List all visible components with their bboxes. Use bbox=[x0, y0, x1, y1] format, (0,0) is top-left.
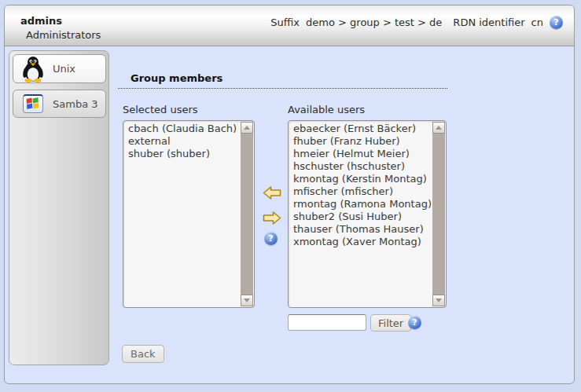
block-arrow-left-icon bbox=[263, 185, 281, 200]
arrow-up-icon bbox=[436, 126, 442, 130]
help-icon[interactable]: ? bbox=[408, 316, 421, 329]
available-users-label: Available users bbox=[288, 104, 365, 115]
scroll-up-button[interactable] bbox=[241, 122, 253, 134]
list-option[interactable]: mfischer (mfischer) bbox=[289, 185, 432, 198]
selected-users-listbox[interactable]: cbach (Claudia Bach)externalshuber (shub… bbox=[123, 120, 255, 308]
list-option[interactable]: rmontag (Ramona Montag) bbox=[289, 198, 432, 211]
app-window: admins Administrators Suffix demo > grou… bbox=[4, 5, 575, 384]
selected-users-options: cbach (Claudia Bach)externalshuber (shub… bbox=[123, 123, 241, 307]
selected-users-scrollbar[interactable] bbox=[241, 122, 253, 306]
windows-logo-icon bbox=[20, 94, 46, 113]
list-option[interactable]: ebaecker (Ernst Bäcker) bbox=[289, 123, 432, 135]
arrow-up-icon bbox=[244, 126, 250, 130]
tux-penguin-icon bbox=[20, 56, 46, 82]
tab-samba[interactable]: Samba 3 bbox=[13, 90, 106, 118]
suffix-value: demo > group > test > de bbox=[306, 16, 442, 28]
help-icon[interactable]: ? bbox=[264, 232, 278, 245]
move-left-button[interactable] bbox=[263, 185, 281, 203]
list-option[interactable]: xmontag (Xaver Montag) bbox=[289, 236, 432, 248]
section-title: Group members bbox=[131, 72, 222, 84]
list-option[interactable]: cbach (Claudia Bach) bbox=[123, 123, 241, 135]
scroll-down-button[interactable] bbox=[432, 295, 445, 306]
list-option[interactable]: fhuber (Franz Huber) bbox=[289, 135, 432, 148]
tab-unix[interactable]: Unix bbox=[13, 54, 106, 83]
page-title: admins bbox=[20, 15, 62, 27]
back-button[interactable]: Back bbox=[122, 345, 164, 363]
filter-button[interactable]: Filter bbox=[370, 314, 411, 332]
header: admins Administrators Suffix demo > grou… bbox=[5, 5, 574, 46]
rdn-identifier-value: cn bbox=[531, 16, 543, 28]
list-option[interactable]: hschuster (hschuster) bbox=[289, 160, 432, 173]
available-users-options: ebaecker (Ernst Bäcker)fhuber (Franz Hub… bbox=[289, 123, 432, 307]
list-option[interactable]: external bbox=[123, 135, 241, 148]
tab-unix-label: Unix bbox=[53, 63, 75, 75]
filter-input[interactable] bbox=[288, 314, 366, 331]
available-users-listbox[interactable]: ebaecker (Ernst Bäcker)fhuber (Franz Hub… bbox=[288, 120, 447, 308]
selected-users-label: Selected users bbox=[123, 104, 198, 115]
scroll-up-button[interactable] bbox=[432, 122, 445, 134]
list-option[interactable]: shuber2 (Susi Huber) bbox=[289, 211, 432, 223]
block-arrow-right-icon bbox=[263, 211, 281, 225]
header-info: Suffix demo > group > test > de RDN iden… bbox=[270, 16, 563, 29]
page-subtitle: Administrators bbox=[26, 29, 101, 41]
arrow-down-icon bbox=[244, 299, 250, 302]
move-right-button[interactable] bbox=[263, 211, 281, 228]
rdn-identifier-label: RDN identifier bbox=[453, 16, 524, 28]
suffix-label: Suffix bbox=[270, 16, 300, 28]
list-option[interactable]: kmontag (Kerstin Montag) bbox=[289, 173, 432, 185]
list-option[interactable]: shuber (shuber) bbox=[123, 148, 241, 160]
available-users-scrollbar[interactable] bbox=[432, 122, 445, 306]
scroll-down-button[interactable] bbox=[241, 295, 253, 306]
arrow-down-icon bbox=[436, 299, 442, 302]
list-option[interactable]: hmeier (Helmut Meier) bbox=[289, 148, 432, 160]
section-heading-rule: Group members bbox=[118, 72, 447, 89]
list-option[interactable]: thauser (Thomas Hauser) bbox=[289, 223, 432, 236]
help-icon[interactable]: ? bbox=[550, 16, 563, 29]
tab-samba-label: Samba 3 bbox=[53, 98, 98, 110]
module-tab-sidebar: Unix Samba 3 bbox=[9, 50, 109, 365]
content-area: Unix Samba 3 Group members Selected user… bbox=[5, 46, 574, 384]
